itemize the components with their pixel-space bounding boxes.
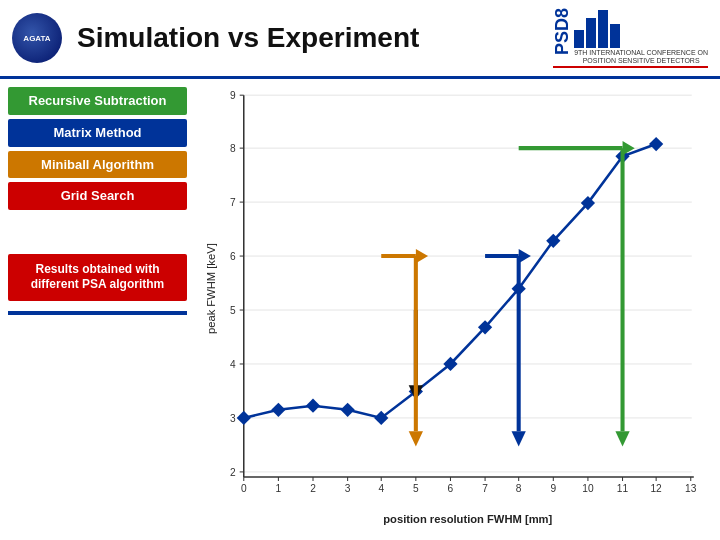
svg-text:8: 8 (516, 484, 522, 495)
svg-text:1: 1 (276, 484, 282, 495)
svg-text:9: 9 (230, 91, 236, 102)
svg-text:3: 3 (345, 484, 351, 495)
svg-marker-68 (649, 137, 663, 151)
header: AGATA Simulation vs Experiment PSD8 9TH … (0, 0, 720, 79)
bottom-line-decoration (8, 311, 187, 315)
legend-recursive-subtraction: Recursive Subtraction (8, 87, 187, 115)
svg-marker-78 (409, 432, 423, 447)
svg-text:6: 6 (230, 252, 236, 263)
svg-text:5: 5 (413, 484, 419, 495)
page-title: Simulation vs Experiment (77, 22, 553, 54)
svg-text:4: 4 (230, 359, 236, 370)
legend-matrix-method: Matrix Method (8, 119, 187, 147)
svg-text:11: 11 (617, 484, 629, 495)
svg-text:position resolution FWHM [mm]: position resolution FWHM [mm] (383, 513, 552, 525)
svg-text:2: 2 (230, 467, 236, 478)
svg-text:peak FWHM [keV]: peak FWHM [keV] (205, 244, 217, 335)
svg-text:3: 3 (230, 413, 236, 424)
svg-marker-59 (341, 403, 355, 417)
svg-marker-80 (615, 432, 629, 447)
svg-text:12: 12 (650, 484, 662, 495)
psd8-text: PSD8 (553, 8, 571, 55)
legend-grid-search: Grid Search (8, 182, 187, 210)
svg-text:7: 7 (230, 198, 236, 209)
svg-marker-58 (306, 399, 320, 413)
svg-text:7: 7 (482, 484, 488, 495)
svg-text:13: 13 (685, 484, 697, 495)
svg-text:5: 5 (230, 305, 236, 316)
logo-area: AGATA (12, 13, 67, 63)
chart-area: 2 3 4 5 6 7 8 9 0 1 2 3 4 5 6 7 (195, 79, 720, 539)
legend-miniball-algorithm: Miniball Algorithm (8, 151, 187, 179)
svg-text:8: 8 (230, 144, 236, 155)
main-content: Recursive Subtraction Matrix Method Mini… (0, 79, 720, 539)
svg-text:6: 6 (448, 484, 454, 495)
svg-text:4: 4 (378, 484, 384, 495)
agata-logo: AGATA (12, 13, 62, 63)
psd8-logo: PSD8 9TH INTERNATIONAL CONFERENCE ONPOSI… (553, 8, 708, 68)
svg-marker-82 (512, 432, 526, 447)
svg-marker-56 (237, 411, 251, 425)
svg-text:2: 2 (310, 484, 316, 495)
sidebar: Recursive Subtraction Matrix Method Mini… (0, 79, 195, 539)
result-box: Results obtained with different PSA algo… (8, 254, 187, 301)
svg-marker-57 (271, 403, 285, 417)
svg-text:10: 10 (582, 484, 594, 495)
svg-text:9: 9 (550, 484, 556, 495)
svg-text:0: 0 (241, 484, 247, 495)
chart-svg: 2 3 4 5 6 7 8 9 0 1 2 3 4 5 6 7 (195, 85, 710, 533)
